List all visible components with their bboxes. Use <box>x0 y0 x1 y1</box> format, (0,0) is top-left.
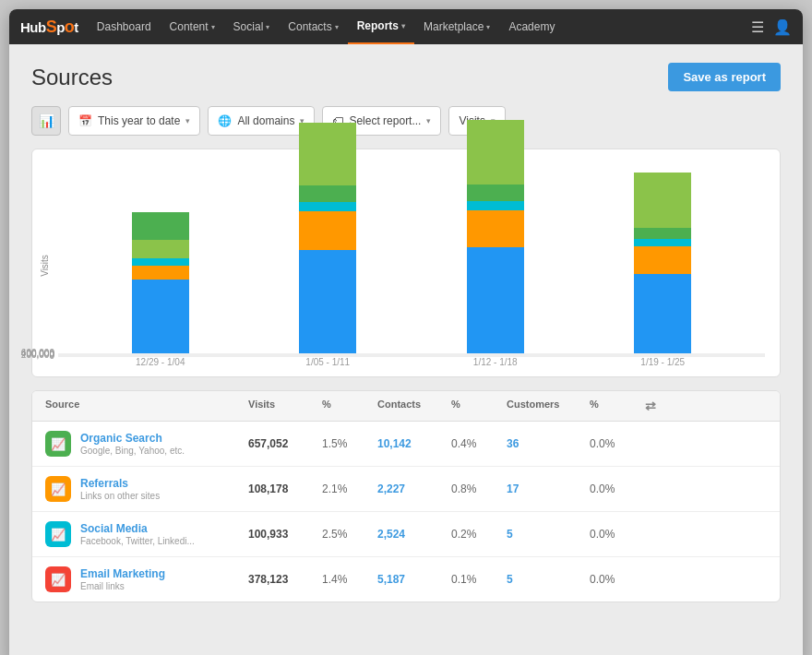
bar-group <box>299 123 356 353</box>
chart-card: Visits 600,000 400,000 200,000 <box>31 149 781 377</box>
page-title: Sources <box>31 65 113 90</box>
source-info: Referrals Links on other sites <box>80 477 160 501</box>
sort-icon[interactable]: ⇄ <box>645 399 656 413</box>
source-cell: 📈 Social Media Facebook, Twitter, Linked… <box>45 521 248 547</box>
bar-segment-blue <box>299 250 356 353</box>
col-customers-pct: % <box>590 399 645 413</box>
bar-segment-lightgreen <box>634 228 691 239</box>
email-marketing-link[interactable]: Email Marketing <box>80 567 165 580</box>
col-customers: Customers <box>507 399 590 413</box>
x-axis-label: 1/05 - 1/11 <box>299 357 356 367</box>
bar-segment-green <box>299 123 356 185</box>
bar-group <box>467 120 524 353</box>
bar-segment-lightgreen <box>299 185 356 202</box>
chart-toggle-button[interactable]: 📊 <box>31 106 61 136</box>
customers-value[interactable]: 5 <box>507 573 590 586</box>
bar-stack[interactable] <box>299 123 356 353</box>
source-description: Google, Bing, Yahoo, etc. <box>80 446 185 456</box>
bar-segment-lightgreen <box>132 240 189 258</box>
contacts-value[interactable]: 2,524 <box>377 528 451 541</box>
app-window: HubSpot Dashboard Content ▾ Social ▾ Con… <box>9 9 803 655</box>
col-visits-pct: % <box>322 399 377 413</box>
bar-group <box>132 212 189 353</box>
menu-icon[interactable]: ☰ <box>751 18 764 36</box>
organic-search-link[interactable]: Organic Search <box>80 432 185 445</box>
bar-stack[interactable] <box>132 212 189 353</box>
chevron-down-icon: ▾ <box>185 116 190 125</box>
bar-stack[interactable] <box>467 120 524 353</box>
source-description: Links on other sites <box>80 491 160 501</box>
chevron-down-icon: ▾ <box>426 116 431 125</box>
visits-value: 657,052 <box>248 437 322 450</box>
customers-value[interactable]: 17 <box>507 482 590 495</box>
source-cell: 📈 Referrals Links on other sites <box>45 476 248 502</box>
source-info: Organic Search Google, Bing, Yahoo, etc. <box>80 432 185 456</box>
logo[interactable]: HubSpot <box>20 18 78 37</box>
contacts-value[interactable]: 10,142 <box>377 437 451 450</box>
customers-value[interactable]: 36 <box>507 437 590 450</box>
customers-pct: 0.0% <box>590 573 645 586</box>
nav-right: ☰ 👤 <box>751 18 792 36</box>
chart-area: Visits 600,000 400,000 200,000 <box>42 164 765 367</box>
chevron-down-icon: ▾ <box>401 22 405 30</box>
calendar-icon: 📅 <box>78 114 92 127</box>
y-grid-label: 0 <box>10 351 54 361</box>
nav-marketplace[interactable]: Marketplace ▾ <box>414 9 499 44</box>
bar-segment-orange <box>132 266 189 280</box>
nav-content[interactable]: Content ▾ <box>161 9 224 44</box>
contacts-pct: 0.2% <box>451 528 507 541</box>
visits-pct: 1.4% <box>322 573 377 586</box>
col-contacts-pct: % <box>451 399 507 413</box>
nav-academy[interactable]: Academy <box>499 9 564 44</box>
customers-value[interactable]: 5 <box>507 528 590 541</box>
referrals-link[interactable]: Referrals <box>80 477 160 490</box>
bar-segment-green <box>132 212 189 240</box>
bar-segment-lightgreen <box>467 185 524 201</box>
organic-search-icon: 📈 <box>45 431 71 457</box>
globe-icon: 🌐 <box>218 114 232 127</box>
customers-pct: 0.0% <box>590 437 645 450</box>
email-marketing-icon: 📈 <box>45 566 71 592</box>
contacts-pct: 0.8% <box>451 482 507 495</box>
col-visits: Visits <box>248 399 322 413</box>
contacts-value[interactable]: 5,187 <box>377 573 451 586</box>
bar-segment-cyan <box>634 239 691 246</box>
date-range-filter[interactable]: 📅 This year to date ▾ <box>68 106 200 136</box>
customers-pct: 0.0% <box>590 528 645 541</box>
bar-stack[interactable] <box>634 173 691 353</box>
sources-table: Source Visits % Contacts % Customers % ⇄… <box>31 390 781 602</box>
filters-bar: 📊 📅 This year to date ▾ 🌐 All domains ▾ … <box>31 106 781 136</box>
y-axis-label: Visits <box>40 255 50 277</box>
chevron-down-icon: ▾ <box>266 23 269 31</box>
bar-segment-cyan <box>299 202 356 211</box>
navbar: HubSpot Dashboard Content ▾ Social ▾ Con… <box>9 9 803 44</box>
nav-contacts[interactable]: Contacts ▾ <box>279 9 347 44</box>
x-axis-label: 1/19 - 1/25 <box>634 357 691 367</box>
nav-reports[interactable]: Reports ▾ <box>348 9 414 44</box>
bar-segment-green <box>467 120 524 185</box>
visits-pct: 2.1% <box>322 482 377 495</box>
nav-dashboard[interactable]: Dashboard <box>88 9 161 44</box>
visits-pct: 2.5% <box>322 528 377 541</box>
save-report-button[interactable]: Save as report <box>668 63 781 91</box>
bar-segment-cyan <box>132 258 189 266</box>
customers-pct: 0.0% <box>590 482 645 495</box>
user-icon[interactable]: 👤 <box>773 18 792 36</box>
chevron-down-icon: ▾ <box>211 23 215 31</box>
source-cell: 📈 Email Marketing Email links <box>45 566 248 592</box>
table-row: 📈 Organic Search Google, Bing, Yahoo, et… <box>32 422 780 467</box>
logo-text: HubSpot <box>20 18 78 37</box>
source-info: Social Media Facebook, Twitter, Linkedi.… <box>80 522 195 546</box>
chart-body: 600,000 400,000 200,000 0 <box>58 353 765 367</box>
chart-icon: 📊 <box>39 113 54 128</box>
bar-segment-green <box>634 173 691 228</box>
nav-social[interactable]: Social ▾ <box>224 9 280 44</box>
bar-segment-blue <box>132 280 189 353</box>
contacts-value[interactable]: 2,227 <box>377 482 451 495</box>
source-info: Email Marketing Email links <box>80 567 165 591</box>
page-header: Sources Save as report <box>31 63 781 91</box>
social-media-link[interactable]: Social Media <box>80 522 195 535</box>
bar-segment-orange <box>467 210 524 247</box>
col-sort[interactable]: ⇄ <box>645 399 678 413</box>
col-source: Source <box>45 399 248 413</box>
